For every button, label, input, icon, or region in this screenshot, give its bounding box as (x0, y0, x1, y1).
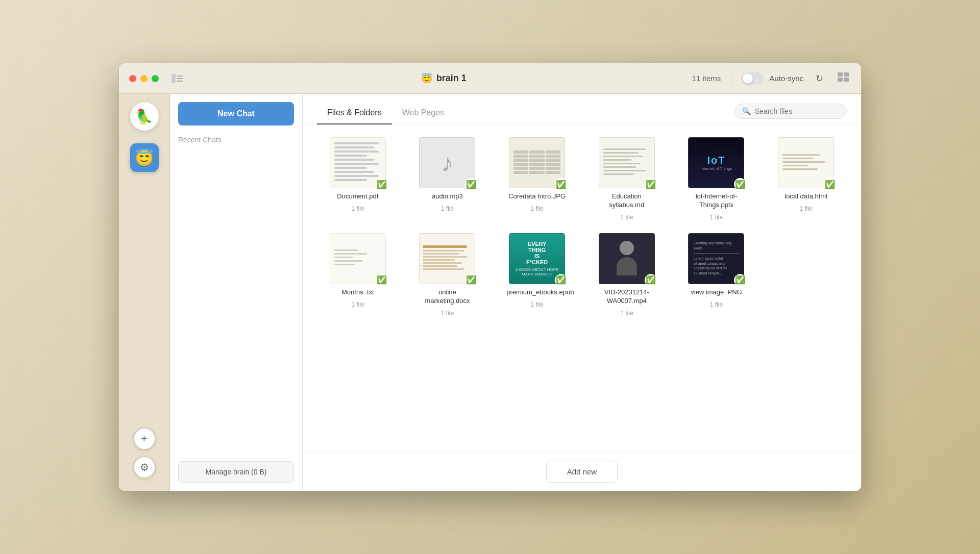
chat-list (178, 150, 294, 461)
check-badge: ✅ (734, 274, 746, 286)
check-icon: ✅ (646, 180, 656, 189)
file-thumb-wrapper: Creating and combiningviews─────────────… (688, 233, 744, 284)
file-thumb-wrapper: ✅ (599, 233, 655, 284)
check-badge: ✅ (555, 178, 567, 190)
pptx-title: IoT (707, 155, 725, 166)
file-name: Document.pdf (337, 192, 378, 201)
check-icon: ✅ (466, 180, 476, 189)
list-item[interactable]: ✅ Months .txt 1 file (317, 233, 399, 317)
bird-logo[interactable]: 🦜 (130, 102, 159, 131)
add-new-button[interactable]: Add new (546, 461, 618, 483)
search-icon: 🔍 (742, 107, 751, 115)
file-meta: 1 file (530, 205, 543, 212)
file-meta: 1 file (351, 301, 364, 308)
tabs: Files & Folders Web Pages (317, 102, 454, 124)
person-head (620, 241, 634, 255)
search-input[interactable] (755, 107, 839, 115)
file-meta: 1 file (441, 310, 454, 317)
list-item[interactable]: ✅ VID-20231214-WA0007.mp4 1 file (586, 233, 668, 317)
files-grid: ✅ Document.pdf 1 file ♪ ✅ (303, 125, 861, 452)
check-badge: ✅ (465, 274, 477, 286)
minimize-button[interactable] (140, 75, 148, 82)
new-chat-button[interactable]: New Chat (178, 102, 294, 125)
add-brain-button[interactable]: + (133, 427, 156, 450)
file-name: Education syllabus.md (596, 192, 657, 210)
sidebar-toggle-button[interactable] (169, 71, 185, 86)
epub-title: EVERYTHINGISF*CKED (526, 241, 548, 265)
tab-files-folders[interactable]: Files & Folders (317, 102, 392, 124)
list-item[interactable]: IoT Internet of Things ✅ lot-Internet-of… (676, 137, 757, 221)
tab-web-pages[interactable]: Web Pages (392, 102, 454, 124)
sidebar-divider (134, 137, 155, 137)
file-meta: 1 file (799, 205, 812, 212)
svg-rect-5 (844, 72, 849, 77)
file-thumb-wrapper: EVERYTHINGISF*CKED A BOOK ABOUT HOPEMARK… (509, 233, 565, 284)
settings-button[interactable]: ⚙ (133, 456, 156, 479)
check-badge: ✅ (645, 274, 657, 286)
list-item[interactable]: ✅ local data.html 1 file (765, 137, 847, 221)
file-name: view image .PNG (691, 288, 742, 297)
autosync-toggle[interactable] (742, 72, 764, 85)
file-thumb-wrapper: ✅ (599, 137, 655, 188)
file-name: Months .txt (341, 288, 374, 297)
file-meta: 1 file (620, 214, 633, 221)
close-button[interactable] (129, 75, 136, 82)
list-item[interactable]: ✅ Document.pdf 1 file (317, 137, 399, 221)
manage-brain-button[interactable]: Manage brain (0 B) (178, 461, 294, 483)
file-thumb-wrapper: IoT Internet of Things ✅ (688, 137, 744, 188)
refresh-button[interactable]: ↻ (814, 71, 825, 86)
check-badge: ✅ (465, 178, 477, 190)
file-meta: 1 file (710, 214, 723, 221)
file-name: lot-Internet-of-Things.pptx (685, 192, 747, 210)
list-item[interactable]: ✅ Coredata Intro.JPG 1 file (496, 137, 578, 221)
title-text: brain 1 (436, 73, 467, 84)
svg-rect-0 (172, 74, 176, 83)
check-icon: ✅ (377, 275, 387, 285)
file-meta: 1 file (530, 301, 543, 308)
file-meta: 1 file (441, 205, 454, 212)
layout-button[interactable] (836, 70, 851, 86)
toggle-knob (743, 73, 753, 84)
person-silhouette (611, 241, 642, 276)
svg-rect-1 (177, 75, 183, 77)
epub-subtitle: A BOOK ABOUT HOPEMARK MANSON (516, 267, 558, 276)
svg-rect-4 (838, 72, 843, 77)
file-meta: 1 file (620, 310, 633, 317)
file-name: online marketing.docx (416, 288, 478, 306)
autosync-label: Auto-sync (769, 74, 803, 83)
check-icon: ✅ (377, 180, 387, 189)
check-icon: ✅ (556, 180, 566, 189)
items-count: 11 items (692, 74, 721, 83)
svg-rect-3 (177, 81, 183, 82)
audio-note-icon: ♪ (441, 149, 453, 177)
list-item[interactable]: EVERYTHINGISF*CKED A BOOK ABOUT HOPEMARK… (496, 233, 578, 317)
title-right: 11 items Auto-sync ↻ (692, 70, 851, 86)
file-thumb-wrapper: ✅ (778, 137, 834, 188)
file-meta: 1 file (351, 205, 364, 212)
check-icon: ✅ (735, 180, 745, 189)
svg-rect-7 (844, 78, 849, 82)
recent-chats-label: Recent Chats (178, 136, 294, 144)
brain-avatar[interactable]: 😇 (130, 143, 159, 172)
file-name: premium_ebooks.epub (506, 288, 568, 297)
check-badge: ✅ (555, 274, 567, 286)
window-controls (129, 75, 159, 82)
file-name: Coredata Intro.JPG (508, 192, 566, 201)
person-body (617, 257, 637, 275)
file-meta: 1 file (710, 301, 723, 308)
chat-panel: New Chat Recent Chats Manage brain (0 B) (170, 94, 303, 491)
check-icon: ✅ (825, 180, 835, 189)
files-footer: Add new (303, 452, 861, 491)
autosync-container: Auto-sync (742, 72, 803, 85)
list-item[interactable]: Creating and combiningviews─────────────… (676, 233, 757, 317)
list-item[interactable]: ✅ Education syllabus.md 1 file (586, 137, 668, 221)
search-box: 🔍 (734, 104, 847, 119)
maximize-button[interactable] (152, 75, 159, 82)
list-item[interactable]: ♪ ✅ audio.mp3 1 file (407, 137, 488, 221)
file-name: VID-20231214-WA0007.mp4 (596, 288, 657, 306)
icon-sidebar: 🦜 😇 + ⚙ (119, 94, 170, 491)
check-badge: ✅ (645, 178, 657, 190)
title-bar: 😇 brain 1 11 items Auto-sync ↻ (119, 63, 861, 94)
list-item[interactable]: ✅ online marketing.docx 1 file (407, 233, 488, 317)
divider (731, 72, 731, 85)
